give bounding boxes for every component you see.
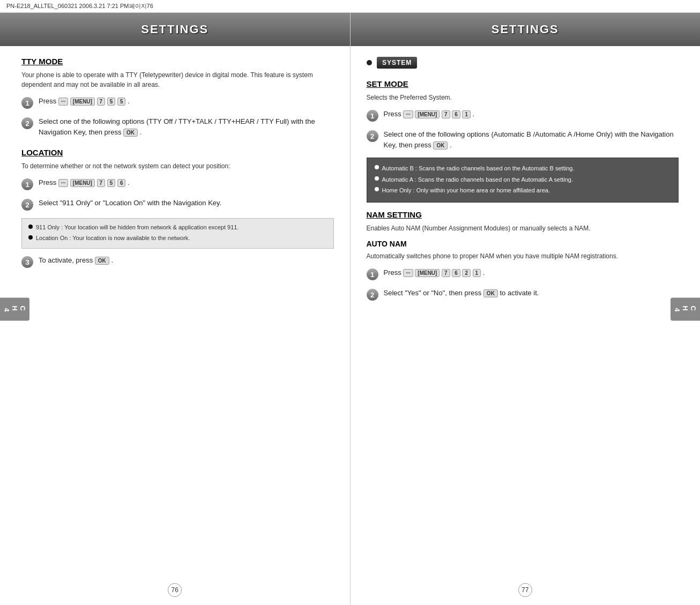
left-settings-title: SETTINGS — [141, 23, 208, 36]
bullet-w3 — [375, 187, 379, 191]
ok-key-an: OK — [483, 289, 498, 297]
tty-step-1: 1 Press ··· [MENU] 7 5 5 . — [21, 96, 334, 109]
key-1-an: 1 — [473, 269, 481, 277]
left-page-num-circle: 76 — [168, 583, 182, 597]
nam-setting-section: NAM SETTING Enables Auto NAM (Number Ass… — [367, 210, 679, 301]
location-step-1: 1 Press ··· [MENU] 7 5 6 . — [21, 177, 334, 190]
ok-key-tty: OK — [123, 129, 138, 137]
left-page: SETTINGS TTY MODE Your phone is able to … — [0, 13, 351, 605]
location-step-3-content: To activate, press OK . — [39, 255, 113, 266]
set-mode-info-1-text: Automatic B : Scans the radio channels b… — [382, 163, 575, 174]
auto-nam-step-1-content: Press ··· [MENU] 7 6 2 1 . — [384, 267, 485, 278]
location-title: LOCATION — [21, 148, 334, 157]
location-info-box: 911 Only : Your location will be hidden … — [21, 218, 334, 249]
system-dot-icon — [367, 60, 372, 65]
key-7-an: 7 — [442, 269, 450, 277]
right-header: SETTINGS — [351, 13, 701, 46]
set-mode-step-1-content: Press ··· [MENU] 7 6 1 . — [384, 109, 475, 119]
set-mode-title: SET MODE — [367, 79, 679, 88]
top-bar: PN-E218_ALLTEL_060321 2006.3.21 7:21 PM페… — [0, 0, 700, 13]
key-1-sm: 1 — [462, 110, 471, 118]
menu-key-an: ··· — [403, 269, 413, 277]
nam-setting-desc: Enables Auto NAM (Number Assignment Modu… — [367, 223, 679, 233]
left-page-number: 76 — [0, 583, 350, 597]
auto-nam-desc: Automatically switches phone to proper N… — [367, 251, 679, 261]
auto-nam-step-2: 2 Select "Yes" or "No", then press OK to… — [367, 288, 679, 301]
menu-key: ··· — [58, 98, 68, 106]
key-menu-label: [MENU] — [70, 98, 95, 106]
system-badge: SYSTEM — [377, 57, 417, 69]
tty-mode-desc: Your phone is able to operate with a TTY… — [21, 70, 334, 89]
set-mode-info-2-text: Automatic A : Scans the radio channels b… — [382, 175, 574, 185]
tty-mode-title: TTY MODE — [21, 57, 334, 66]
location-step-2-content: Select "911 Only" or "Location On" with … — [39, 198, 221, 208]
bullet-2 — [28, 235, 33, 240]
location-info-1: 911 Only : Your location will be hidden … — [28, 223, 327, 233]
ok-key-loc: OK — [95, 257, 109, 265]
key-7-sm: 7 — [442, 110, 450, 118]
location-step-1-num: 1 — [21, 178, 33, 190]
auto-nam-section: AUTO NAM Automatically switches phone to… — [367, 240, 679, 301]
left-content: TTY MODE Your phone is able to operate w… — [0, 46, 350, 583]
left-header: SETTINGS — [0, 13, 350, 46]
key-5b: 5 — [117, 98, 126, 106]
right-page-num-circle: 77 — [518, 583, 532, 597]
set-mode-info-2: Automatic A : Scans the radio channels b… — [375, 175, 671, 185]
bullet-w2 — [375, 176, 379, 181]
location-step-2-num: 2 — [21, 199, 33, 211]
topbar-text: PN-E218_ALLTEL_060321 2006.3.21 7:21 PM페… — [6, 3, 153, 9]
set-mode-desc: Selects the Preferred System. — [367, 93, 679, 102]
auto-nam-step-2-content: Select "Yes" or "No", then press OK to a… — [384, 288, 539, 298]
key-menu-sm: [MENU] — [415, 110, 440, 118]
tty-mode-section: TTY MODE Your phone is able to operate w… — [21, 57, 334, 137]
location-desc: To determine whether or not the network … — [21, 161, 334, 171]
set-mode-step-2: 2 Select one of the following options (A… — [367, 129, 679, 150]
right-settings-title: SETTINGS — [492, 23, 559, 36]
bullet-w1 — [375, 165, 379, 169]
menu-key-sm: ··· — [403, 110, 413, 118]
key-menu-an: [MENU] — [415, 269, 440, 277]
tty-step-1-num: 1 — [21, 97, 33, 109]
location-info-1-text: 911 Only : Your location will be hidden … — [36, 223, 239, 233]
set-mode-info-box: Automatic B : Scans the radio channels b… — [367, 158, 679, 203]
set-mode-info-3-text: Home Only : Only within your home area o… — [382, 185, 550, 196]
tty-step-1-content: Press ··· [MENU] 7 5 5 . — [39, 96, 130, 107]
ch-tab-right: C H 4 — [671, 297, 700, 320]
ch-tab-left: C H 4 — [0, 297, 29, 320]
location-step-3-num: 3 — [21, 256, 33, 268]
set-mode-step-2-num: 2 — [367, 130, 378, 142]
set-mode-step-2-content: Select one of the following options (Aut… — [384, 129, 679, 150]
location-step-1-content: Press ··· [MENU] 7 5 6 . — [39, 177, 130, 188]
key-7-loc: 7 — [97, 179, 106, 187]
bullet-1 — [28, 225, 33, 229]
set-mode-step-1-num: 1 — [367, 110, 378, 122]
tty-step-2-content: Select one of the following options (TTY… — [39, 116, 334, 137]
key-menu-loc: [MENU] — [70, 179, 95, 187]
location-step-3: 3 To activate, press OK . — [21, 255, 334, 268]
key-7a: 7 — [97, 98, 106, 106]
auto-nam-title: AUTO NAM — [367, 240, 679, 248]
location-info-2: Location On : Your location is now avail… — [28, 234, 327, 243]
right-page: SETTINGS SYSTEM SET MODE Selects the Pre… — [351, 13, 701, 605]
key-5a: 5 — [107, 98, 116, 106]
auto-nam-step-2-num: 2 — [367, 289, 378, 301]
key-5-loc: 5 — [107, 179, 116, 187]
tty-step-2-num: 2 — [21, 117, 33, 129]
right-content: SYSTEM SET MODE Selects the Preferred Sy… — [351, 46, 701, 583]
nam-setting-title: NAM SETTING — [367, 210, 679, 219]
ok-key-sm: OK — [433, 141, 448, 150]
set-mode-info-3: Home Only : Only within your home area o… — [375, 185, 671, 196]
location-step-2: 2 Select "911 Only" or "Location On" wit… — [21, 198, 334, 211]
location-section: LOCATION To determine whether or not the… — [21, 148, 334, 268]
right-page-number: 77 — [351, 583, 701, 597]
menu-key-loc: ··· — [58, 179, 68, 187]
set-mode-step-1: 1 Press ··· [MENU] 7 6 1 . — [367, 109, 679, 122]
key-6-loc: 6 — [117, 179, 126, 187]
key-6-an: 6 — [452, 269, 460, 277]
tty-step-2: 2 Select one of the following options (T… — [21, 116, 334, 137]
location-info-2-text: Location On : Your location is now avail… — [36, 234, 190, 243]
auto-nam-step-1: 1 Press ··· [MENU] 7 6 2 1 . — [367, 267, 679, 280]
set-mode-section: SET MODE Selects the Preferred System. 1… — [367, 79, 679, 203]
system-badge-container: SYSTEM — [367, 57, 679, 75]
key-6-sm: 6 — [452, 110, 460, 118]
